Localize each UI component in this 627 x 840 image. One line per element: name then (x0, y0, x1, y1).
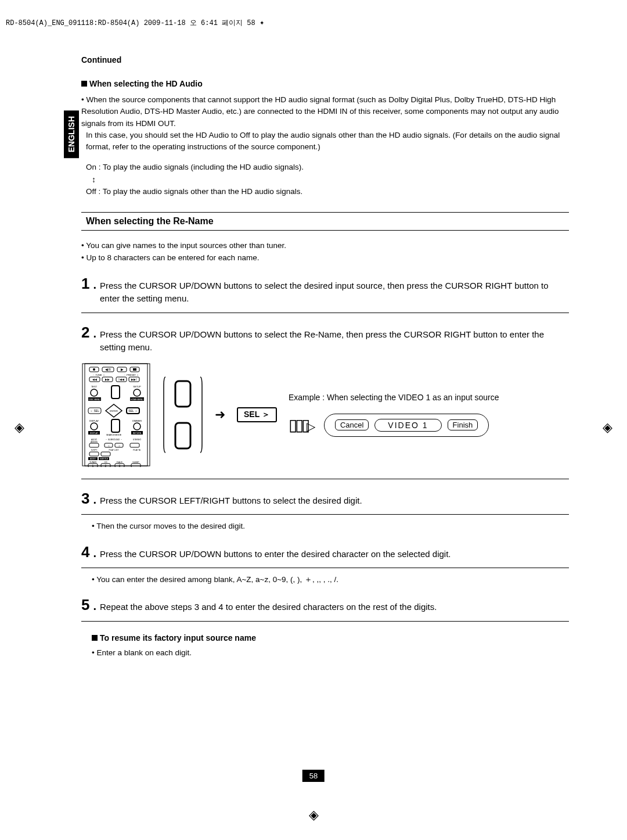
print-header-text: RD-8504(A)_ENG_091118:RD-8504(A) 2009-11… (6, 19, 255, 27)
svg-point-35 (91, 423, 98, 430)
svg-text:TEST: TEST (91, 385, 98, 388)
step-5: 5. Repeat the above steps 3 and 4 to ent… (81, 597, 569, 622)
svg-text:＜: ＜ (107, 444, 110, 447)
page-number: 58 (302, 770, 325, 782)
svg-text:STEREO: STEREO (133, 439, 142, 441)
svg-text:SEARCH MODE: SEARCH MODE (106, 434, 122, 436)
svg-point-19 (91, 389, 98, 396)
rename-header: When selecting the Re-Name (81, 212, 569, 231)
rename-bullets: • You can give names to the input source… (81, 239, 569, 264)
resume-body: • Enter a blank on each digit. (92, 648, 569, 657)
svg-rect-47 (89, 443, 99, 447)
svg-text:HOME MENU: HOME MENU (131, 399, 143, 401)
step-dot: . (93, 547, 96, 560)
step-dot: . (93, 493, 96, 507)
remote-control-icon: ◀/II ▶ － TUNE ＋ － PRESET ＋ ◀◀ ▶▶ I◀◀ ▶▶I… (81, 362, 151, 467)
svg-rect-9 (133, 368, 136, 371)
registration-mark-bottom-icon: ◈ (309, 807, 319, 823)
svg-text:ENTER: ENTER (110, 410, 118, 412)
step-1-number: 1 (81, 276, 89, 291)
resume-heading-text: To resume its factory input source name (100, 633, 256, 642)
svg-point-3 (93, 368, 95, 371)
tune-label: － TUNE ＋ (92, 374, 105, 376)
svg-text:▶▶: ▶▶ (105, 378, 110, 381)
sel-right-button[interactable]: SEL ＞ (237, 407, 277, 422)
registration-mark-right-icon: ◈ (603, 420, 612, 435)
preset-label: － PRESET ＋ (124, 374, 139, 376)
svg-text:－ SURROUND －: － SURROUND － (105, 439, 122, 441)
svg-text:SUBTITLE: SUBTITLE (100, 458, 108, 460)
svg-text:PLAY LIST: PLAY LIST (109, 449, 120, 451)
svg-text:DISPLAY: DISPLAY (89, 419, 99, 422)
svg-text:3: 3 (119, 464, 121, 467)
svg-rect-56 (89, 452, 99, 456)
print-job-header: RD-8504(A)_ENG_091118:RD-8504(A) 2009-11… (6, 17, 264, 28)
example-column: Example : When selecting the VIDEO 1 as … (289, 393, 499, 437)
cursor-arrow-icon: ✦ (260, 18, 264, 27)
svg-text:DIMMER: DIMMER (132, 419, 142, 422)
svg-text:I◀◀: I◀◀ (118, 378, 124, 381)
svg-text:RETURN: RETURN (133, 432, 142, 435)
svg-text:＞: ＞ (118, 444, 121, 447)
svg-text:▶: ▶ (121, 368, 124, 371)
svg-text:SEL ＞: SEL ＞ (128, 409, 138, 412)
step-3: 3. Press the CURSOR LEFT/RIGHT buttons t… (81, 491, 569, 515)
step-2-text: Press the CURSOR UP/DOWN buttons to sele… (100, 328, 569, 354)
svg-text:SETUP: SETUP (133, 385, 141, 388)
resume-heading: To resume its factory input source name (92, 633, 569, 642)
lcd-cancel: Cancel (335, 419, 369, 430)
svg-rect-73 (175, 381, 190, 407)
svg-text:AUDIO: AUDIO (90, 458, 96, 460)
svg-text:SLEEP: SLEEP (132, 461, 139, 464)
language-tab: ENGLISH (64, 110, 79, 158)
step-dot: . (93, 278, 96, 292)
svg-text:DISPLAY: DISPLAY (90, 432, 99, 435)
step-4-number: 4 (81, 544, 89, 559)
step-3-note: • Then the cursor moves to the desired d… (92, 520, 569, 532)
continued-label: Continued (81, 55, 569, 64)
svg-text:G.RPT: G.RPT (91, 449, 98, 451)
step-5-text: Repeat the above steps 3 and 4 to enter … (100, 601, 569, 614)
svg-text:2: 2 (105, 464, 107, 467)
step-1: 1. Press the CURSOR UP/DOWN buttons to s… (81, 276, 569, 313)
lcd-finish: Finish (448, 419, 478, 430)
resume-block: To resume its factory input source name … (81, 633, 569, 657)
page-content: Continued When selecting the HD Audio • … (81, 55, 569, 657)
svg-text:◀◀: ◀◀ (92, 378, 97, 381)
rename-bullet-1: • You can give names to the input source… (81, 239, 569, 252)
step-dot: . (93, 600, 96, 613)
square-bullet-icon (81, 81, 87, 87)
svg-text:TUNER: TUNER (89, 461, 97, 464)
hd-audio-line1: • When the source components that cannot… (81, 94, 569, 130)
hd-audio-body: • When the source components that cannot… (81, 94, 569, 153)
step-4-text: Press the CURSOR UP/DOWN buttons to ente… (100, 548, 569, 561)
lcd-video1: VIDEO 1 (374, 419, 441, 432)
step-3-text: Press the CURSOR LEFT/RIGHT buttons to s… (100, 494, 569, 508)
hd-audio-heading-text: When selecting the HD Audio (89, 79, 203, 88)
step-3-number: 3 (81, 491, 89, 506)
display-row: ▯▯▯▷ Cancel VIDEO 1 Finish (289, 414, 499, 437)
lcd-display: Cancel VIDEO 1 Finish (324, 414, 489, 437)
svg-rect-74 (175, 423, 190, 448)
hd-off-text: Off : To play the audio signals other th… (86, 186, 569, 198)
svg-text:CD: CD (104, 461, 107, 464)
step-2-number: 2 (81, 325, 89, 340)
zoom-panel-icon (163, 374, 203, 455)
svg-text:ASSIGN: ASSIGN (91, 441, 97, 443)
step-1-text: Press the CURSOR UP/DOWN buttons to sele… (100, 279, 569, 306)
svg-text:PLAY M.: PLAY M. (133, 449, 141, 451)
svg-text:1: 1 (92, 464, 94, 467)
updown-arrow-icon: ↕ (92, 174, 569, 186)
example-label: Example : When selecting the VIDEO 1 as … (289, 393, 499, 402)
svg-rect-72 (131, 464, 140, 467)
registration-mark-left-icon: ◈ (15, 420, 24, 435)
svg-rect-57 (101, 452, 110, 456)
svg-rect-26 (111, 386, 120, 399)
rename-bullet-2: • Up to 8 characters can be entered for … (81, 252, 569, 264)
svg-text:▶▶I: ▶▶I (131, 378, 136, 381)
step-dot: . (93, 327, 96, 340)
hd-audio-line2: In this case, you should set the HD Audi… (86, 130, 569, 153)
svg-text:DISC MENU: DISC MENU (89, 399, 100, 401)
hd-on-text: On : To play the audio signals (includin… (86, 161, 569, 173)
step-4-note: • You can enter the desired among blank,… (92, 574, 569, 586)
